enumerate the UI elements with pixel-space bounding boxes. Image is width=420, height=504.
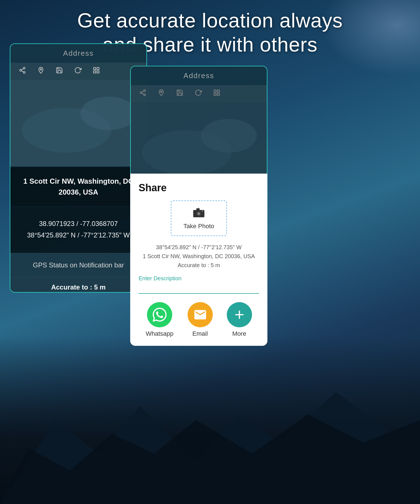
svg-text:+: + <box>198 207 200 210</box>
take-photo-box[interactable]: + Take Photo <box>171 200 227 236</box>
svg-line-20 <box>66 108 78 116</box>
front-share-icon[interactable] <box>139 89 146 98</box>
svg-rect-14 <box>10 80 146 167</box>
front-grid-icon[interactable] <box>213 89 220 98</box>
svg-rect-13 <box>10 122 146 167</box>
grid-icon[interactable] <box>93 67 100 76</box>
svg-rect-33 <box>131 102 267 181</box>
description-input[interactable] <box>139 283 259 294</box>
svg-point-2 <box>23 67 25 69</box>
description-container: Enter Description <box>139 275 259 294</box>
more-button[interactable] <box>227 302 252 327</box>
svg-point-45 <box>202 211 203 212</box>
svg-rect-29 <box>214 90 216 92</box>
card-front-toolbar[interactable] <box>131 85 267 102</box>
take-photo-label: Take Photo <box>177 223 221 230</box>
email-button[interactable] <box>188 302 213 327</box>
svg-point-17 <box>61 97 71 107</box>
svg-rect-8 <box>94 67 96 70</box>
front-save-icon[interactable] <box>176 89 183 98</box>
whatsapp-button[interactable] <box>147 302 172 327</box>
svg-point-25 <box>144 94 146 96</box>
more-btn-item: More <box>227 302 252 337</box>
share-panel-title: Share <box>139 182 259 194</box>
svg-line-39 <box>178 155 187 175</box>
svg-line-26 <box>142 93 144 94</box>
svg-line-38 <box>187 130 198 139</box>
svg-point-23 <box>144 90 146 92</box>
svg-point-43 <box>198 213 200 215</box>
svg-rect-31 <box>214 93 216 95</box>
svg-point-7 <box>40 69 41 70</box>
card-back-coords-line1: 38.9071923 / -77.0368707 <box>19 218 138 230</box>
svg-rect-12 <box>10 80 146 167</box>
card-front-title: Address <box>183 71 214 80</box>
header-title-line1: Get accurate location always <box>0 8 420 32</box>
svg-point-4 <box>23 71 25 73</box>
card-front-title-bar: Address <box>131 66 267 85</box>
svg-line-19 <box>52 116 66 127</box>
card-back-address: 1 Scott Cir NW, Washington, DC 20036, US… <box>19 176 138 198</box>
svg-rect-32 <box>217 93 220 95</box>
card-back-accurate: Accurate to : 5 m <box>17 283 140 291</box>
card-back-map <box>10 80 146 167</box>
svg-line-27 <box>142 91 144 92</box>
card-back-address-section: 1 Scott Cir NW, Washington, DC 20036, US… <box>10 167 146 206</box>
card-back-coords-section: 38.9071923 / -77.0368707 38°54'25.892" N… <box>10 207 146 252</box>
card-back-accurate-section: Accurate to : 5 m <box>10 277 146 293</box>
card-back-toolbar[interactable] <box>10 63 146 80</box>
share-info-line3: Accurate to : 5 m <box>139 261 259 270</box>
whatsapp-btn-item: Whatsapp <box>146 302 173 337</box>
svg-line-37 <box>173 139 187 147</box>
front-location-icon[interactable] <box>158 89 165 98</box>
svg-rect-11 <box>97 71 99 73</box>
svg-point-24 <box>140 92 142 94</box>
share-buttons-row: Whatsapp Email More <box>139 302 259 337</box>
svg-rect-9 <box>97 67 99 70</box>
svg-rect-10 <box>94 71 96 73</box>
more-label: More <box>232 330 246 337</box>
svg-line-5 <box>21 71 23 72</box>
svg-point-28 <box>160 91 162 92</box>
email-btn-item: Email <box>188 302 213 337</box>
refresh-icon[interactable] <box>74 67 81 76</box>
card-back-title-bar: Address <box>10 44 146 63</box>
svg-point-3 <box>20 69 22 71</box>
share-icon[interactable] <box>19 67 26 76</box>
share-panel: Share + Take Photo 38°54'25.892" N / -77… <box>130 174 267 346</box>
svg-point-35 <box>182 120 192 130</box>
share-info: 38°54'25.892" N / -77°2'12.735" W 1 Scot… <box>139 243 259 270</box>
save-icon[interactable] <box>56 67 63 76</box>
card-back-gps: GPS Status on Notification bar <box>19 261 138 269</box>
svg-line-40 <box>187 155 195 175</box>
share-info-line1: 38°54'25.892" N / -77°2'12.735" W <box>139 243 259 252</box>
card-back-coords-line2: 38°54'25.892" N / -77°2'12.735" W <box>19 230 138 241</box>
card-back-gps-section: GPS Status on Notification bar <box>10 253 146 277</box>
location-icon[interactable] <box>37 67 45 76</box>
card-front-map <box>131 102 267 181</box>
card-back-title: Address <box>63 49 94 57</box>
svg-line-6 <box>21 69 23 70</box>
card-back: Address <box>10 43 147 293</box>
svg-line-21 <box>58 136 66 158</box>
whatsapp-label: Whatsapp <box>146 330 173 337</box>
share-info-line2: 1 Scott Cir NW, Washington, DC 20036, US… <box>139 252 259 261</box>
svg-point-34 <box>215 108 260 130</box>
camera-icon: + <box>177 207 221 220</box>
mountain-silhouette <box>0 364 420 504</box>
description-label: Enter Description <box>139 275 259 282</box>
svg-rect-30 <box>217 90 220 92</box>
front-refresh-icon[interactable] <box>195 89 202 98</box>
email-label: Email <box>192 330 208 337</box>
svg-line-22 <box>66 136 75 158</box>
